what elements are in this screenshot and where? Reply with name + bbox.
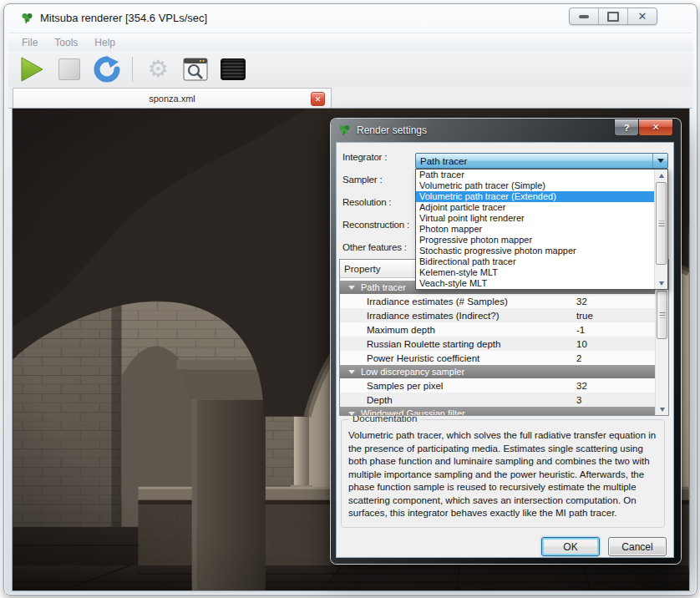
collapse-triangle-icon	[348, 286, 355, 290]
settings-button[interactable]: ⚙	[143, 54, 173, 84]
render-settings-dialog: Render settings ? ✕ Integrator : Sampler…	[331, 119, 681, 564]
dropdown-scroll-thumb[interactable]	[656, 182, 667, 265]
menu-help[interactable]: Help	[86, 37, 124, 48]
dialog-close-icon: ✕	[652, 122, 659, 133]
window-title: Mitsuba renderer [354.6 VPLs/sec]	[40, 12, 207, 24]
dialog-content: Integrator : Sampler : Resolution : Reco…	[337, 143, 673, 557]
table-scroll-thumb[interactable]	[657, 291, 667, 339]
dropdown-item[interactable]: Stochastic progressive photon mapper	[416, 246, 655, 256]
property-row[interactable]: Russian Roulette starting depth10	[340, 337, 668, 351]
property-column-header[interactable]: Property	[340, 260, 418, 277]
magnifier-window-icon	[183, 58, 208, 81]
documentation-groupbox: Documentation Volumetric path tracer, wh…	[341, 419, 665, 528]
scroll-down-icon[interactable]	[655, 277, 667, 289]
resolution-label: Resolution :	[342, 197, 391, 207]
dialog-clover-icon	[338, 124, 351, 136]
tab-close-button[interactable]: ✕	[311, 92, 325, 106]
close-icon: ✕	[638, 11, 647, 22]
integrator-value: Path tracer	[420, 156, 467, 166]
dropdown-scrollbar[interactable]	[654, 170, 667, 289]
other-features-label: Other features :	[342, 242, 407, 252]
toolbar-separator	[132, 57, 133, 82]
chevron-down-icon	[657, 159, 664, 163]
dropdown-item[interactable]: Bidirectional path tracer	[416, 256, 655, 267]
tab-label: sponza.xml	[149, 94, 195, 104]
minimize-icon	[579, 15, 589, 18]
dropdown-item[interactable]: Volumetric path tracer (Extended)	[416, 191, 655, 202]
property-row[interactable]: Irradiance estimates (Indirect?)true	[340, 308, 668, 322]
combobox-arrow-button[interactable]	[652, 154, 667, 168]
table-scrollbar[interactable]	[655, 278, 668, 415]
section-low-discrepancy-sampler[interactable]: Low discrepancy sampler	[340, 365, 668, 378]
scroll-up-icon[interactable]	[655, 170, 667, 181]
dialog-help-button[interactable]: ?	[614, 119, 639, 136]
main-titlebar: Mitsuba renderer [354.6 VPLs/sec] ✕	[4, 4, 697, 32]
menu-file[interactable]: File	[13, 37, 46, 48]
property-row[interactable]: Power Heuristic coefficient2	[340, 351, 668, 365]
help-icon: ?	[624, 123, 630, 133]
scroll-down-icon[interactable]	[656, 403, 668, 415]
collapse-triangle-icon	[348, 370, 355, 374]
dropdown-item[interactable]: Veach-style MLT	[416, 278, 655, 289]
window-controls: ✕	[569, 8, 657, 25]
mitsuba-clover-icon	[21, 12, 33, 24]
section-windowed-gaussian-filter[interactable]: Windowed Gaussian filter	[340, 407, 668, 416]
gear-icon: ⚙	[147, 58, 168, 81]
preview-settings-button[interactable]	[180, 54, 211, 84]
table-body: Path tracer Irradiance estimates (# Samp…	[340, 281, 668, 416]
tab-strip: sponza.xml ✕	[8, 87, 692, 109]
close-button[interactable]: ✕	[628, 8, 657, 24]
property-row[interactable]: Depth3	[340, 393, 668, 407]
refresh-button[interactable]	[92, 54, 122, 84]
menu-tools[interactable]: Tools	[46, 37, 86, 48]
dropdown-item[interactable]: Kelemen-style MLT	[416, 267, 655, 278]
sampler-label: Sampler :	[342, 175, 382, 185]
minimize-button[interactable]	[570, 8, 599, 24]
dialog-titlebar: Render settings	[338, 124, 427, 136]
dropdown-item[interactable]: Volumetric path tracer (Simple)	[416, 180, 655, 191]
maximize-icon	[607, 12, 619, 22]
run-button[interactable]	[17, 54, 47, 84]
menu-bar: File Tools Help	[8, 33, 692, 52]
property-row[interactable]: Irradiance estimates (# Samples)32	[340, 294, 668, 308]
tab-sponza[interactable]: sponza.xml ✕	[13, 88, 332, 109]
play-icon	[19, 56, 44, 83]
dialog-title: Render settings	[357, 124, 427, 136]
integrator-combobox[interactable]: Path tracer	[415, 153, 668, 169]
dialog-close-button[interactable]: ✕	[638, 119, 673, 136]
property-row[interactable]: Maximum depth-1	[340, 322, 668, 337]
integrator-label: Integrator :	[342, 152, 387, 162]
cancel-button[interactable]: Cancel	[608, 537, 667, 556]
documentation-text: Volumetric path tracer, which solves the…	[342, 420, 664, 520]
console-icon	[221, 58, 246, 80]
reconstruction-label: Reconstruction :	[342, 220, 409, 230]
dropdown-item[interactable]: Photon mapper	[416, 224, 655, 235]
maximize-button[interactable]	[599, 8, 628, 24]
property-row[interactable]: Samples per pixel32	[340, 378, 668, 393]
log-console-button[interactable]	[218, 54, 248, 84]
dropdown-item[interactable]: Adjoint particle tracer	[416, 202, 655, 213]
dropdown-item[interactable]: Virtual point light renderer	[416, 213, 655, 224]
stop-icon	[58, 58, 80, 80]
tab-close-icon: ✕	[315, 95, 322, 104]
toolbar: ⚙	[8, 51, 692, 88]
dropdown-item[interactable]: Progressive photon mapper	[416, 235, 655, 246]
dropdown-item[interactable]: Path tracer	[416, 170, 655, 180]
collapse-triangle-icon	[348, 412, 355, 416]
ok-button[interactable]: OK	[541, 537, 600, 556]
refresh-icon	[94, 56, 120, 83]
integrator-dropdown-list: Path tracer Volumetric path tracer (Simp…	[415, 169, 668, 290]
stop-button[interactable]	[54, 54, 84, 84]
